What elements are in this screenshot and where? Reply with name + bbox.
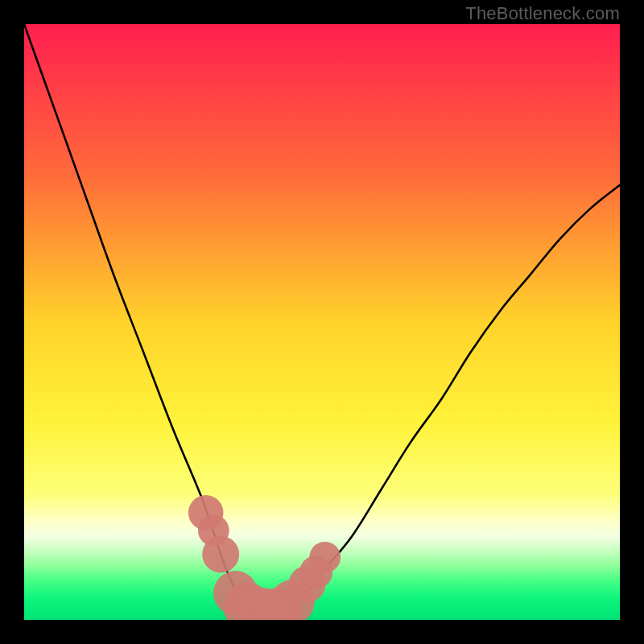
curve-marker xyxy=(309,542,341,573)
watermark-text: TheBottleneck.com xyxy=(465,3,620,24)
bottleneck-curve xyxy=(24,24,620,615)
chart-frame xyxy=(24,24,620,620)
curve-markers xyxy=(188,495,341,620)
curve-marker xyxy=(202,536,239,573)
chart-plot xyxy=(24,24,620,620)
